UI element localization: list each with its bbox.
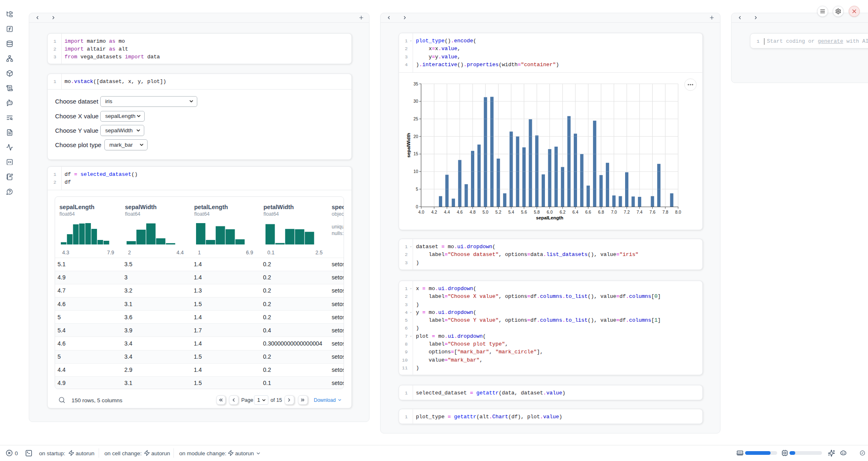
- svg-text:7.6: 7.6: [649, 210, 656, 214]
- svg-text:25: 25: [413, 117, 418, 121]
- svg-text:35: 35: [413, 82, 418, 86]
- svg-text:6.0: 6.0: [547, 210, 553, 214]
- svg-text:4.8: 4.8: [470, 210, 476, 214]
- svg-text:sepalLength: sepalLength: [536, 215, 563, 220]
- svg-text:4.6: 4.6: [457, 210, 463, 214]
- svg-text:4.0: 4.0: [418, 210, 425, 214]
- svg-text:5.0: 5.0: [482, 210, 489, 214]
- svg-text:0: 0: [416, 205, 418, 209]
- svg-text:8.0: 8.0: [675, 210, 681, 214]
- svg-text:sepalWidth: sepalWidth: [406, 133, 411, 157]
- svg-text:10: 10: [413, 169, 418, 174]
- svg-text:7.8: 7.8: [663, 210, 669, 214]
- svg-text:6.4: 6.4: [573, 210, 579, 214]
- svg-text:20: 20: [413, 134, 418, 139]
- svg-text:7.0: 7.0: [611, 210, 617, 214]
- svg-text:4.2: 4.2: [431, 210, 437, 214]
- svg-text:6.2: 6.2: [560, 210, 566, 214]
- svg-text:6.6: 6.6: [585, 210, 591, 214]
- svg-text:5.6: 5.6: [521, 210, 527, 214]
- svg-text:5.2: 5.2: [495, 210, 501, 214]
- svg-text:5.4: 5.4: [508, 210, 515, 214]
- svg-text:5: 5: [416, 187, 418, 191]
- svg-text:5.8: 5.8: [534, 210, 540, 214]
- svg-text:7.2: 7.2: [624, 210, 630, 214]
- svg-text:7.4: 7.4: [637, 210, 643, 214]
- svg-text:6.8: 6.8: [598, 210, 604, 214]
- svg-text:30: 30: [413, 99, 418, 104]
- svg-text:15: 15: [413, 152, 418, 156]
- svg-text:4.4: 4.4: [444, 210, 450, 214]
